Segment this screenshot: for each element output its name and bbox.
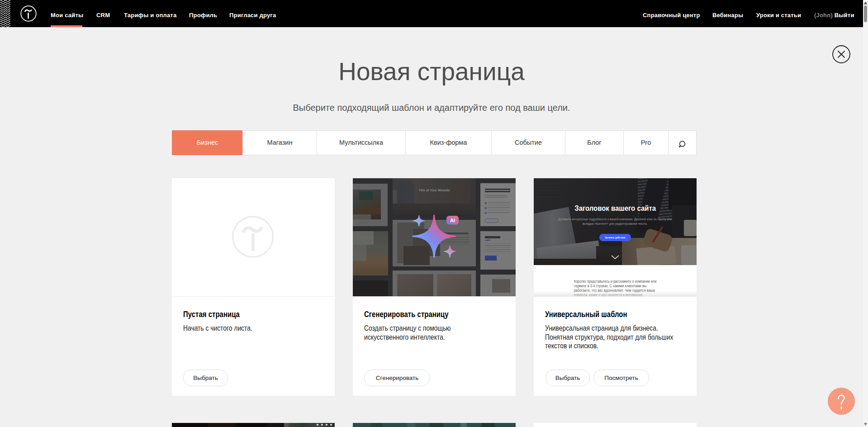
svg-text:AI: AI bbox=[450, 218, 455, 223]
